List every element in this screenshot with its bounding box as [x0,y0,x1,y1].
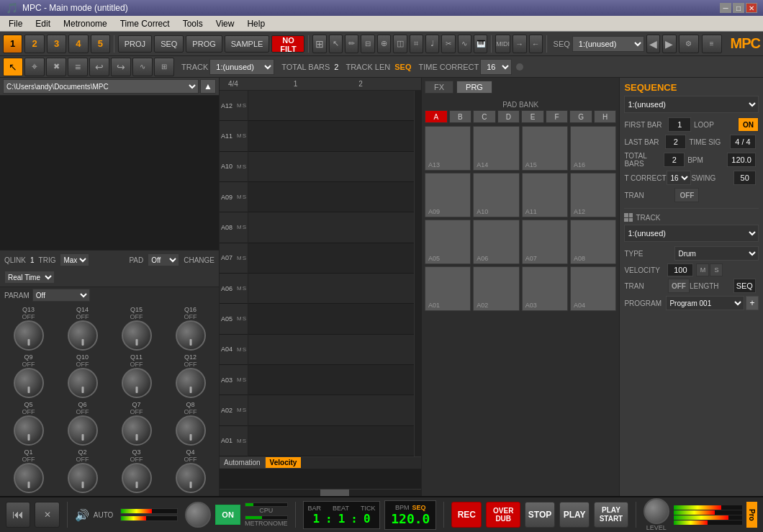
play-button[interactable]: PLAY [559,502,590,528]
cut-tool-button[interactable]: ✂ [441,35,455,53]
fx-tab[interactable]: FX [425,81,453,94]
pad-A03[interactable]: A03 [522,266,568,311]
knob-circle-Q10[interactable] [68,368,98,398]
grid-view-button[interactable]: ⊞ [312,35,326,53]
pad-A16[interactable]: A16 [570,126,616,171]
metronome-knob[interactable] [185,502,211,528]
seq-selector[interactable]: 1:(unused) [572,36,644,52]
tcorrect-selector[interactable]: 16 [667,171,691,185]
zoom-tool-button[interactable]: ⊕ [377,35,391,53]
mute-btn-A07[interactable]: M [237,255,242,261]
pad-A01[interactable]: A01 [425,266,471,311]
mute-btn-A04[interactable]: M [237,346,242,353]
menu-tools[interactable]: Tools [177,17,209,30]
pad-selector[interactable]: Off [148,253,179,266]
knob-circle-Q8[interactable] [176,415,206,446]
pad-letter-A[interactable]: A [425,110,448,123]
num-btn-4[interactable]: 4 [68,35,88,53]
knob-circle-Q6[interactable] [68,415,98,446]
solo-btn-A12[interactable]: S [243,102,246,109]
track-tran-toggle[interactable]: OFF [668,279,690,293]
seq-next-button[interactable]: ▶ [662,35,676,53]
pad-A08[interactable]: A08 [570,220,616,264]
grid-row-A06[interactable] [248,274,414,304]
pad-letter-E[interactable]: E [521,110,544,123]
menu-edit[interactable]: Edit [30,17,56,30]
back-btn[interactable]: ← [529,35,543,53]
pad-A02[interactable]: A02 [473,266,519,311]
pad-A11[interactable]: A11 [522,173,568,217]
pad-A13[interactable]: A13 [425,126,471,171]
knob-circle-Q5[interactable] [14,415,44,446]
mute-btn-A02[interactable]: M [237,407,242,413]
mute-btn-A10[interactable]: M [237,163,242,170]
solo-btn-A03[interactable]: S [243,377,246,383]
grid-row-A01[interactable] [248,426,414,456]
knob-circle-Q14[interactable] [68,320,98,351]
pad-A14[interactable]: A14 [473,126,519,171]
arrow-tool-btn[interactable]: ↖ [3,58,23,76]
overdub-button[interactable]: OVER DUB [486,502,520,528]
param-selector[interactable]: Off [32,289,90,302]
grid-row-A07[interactable] [248,243,414,274]
snap-tool-button[interactable]: ⌗ [410,35,423,53]
mute-btn-A11[interactable]: M [237,132,242,139]
knob-circle-Q9[interactable] [14,368,44,398]
pad-A09[interactable]: A09 [425,173,471,217]
solo-btn-A04[interactable]: S [243,346,246,353]
solo-btn-A07[interactable]: S [243,255,246,261]
grid-row-A11[interactable] [248,121,414,151]
grid-row-A10[interactable] [248,152,414,182]
mute-btn-A09[interactable]: M [237,194,242,200]
rewind-button[interactable]: ⏮ [6,502,30,528]
solo-btn-A05[interactable]: S [243,315,246,322]
mute-btn-A08[interactable]: M [237,224,242,230]
knob-circle-Q1[interactable] [14,463,44,493]
solo-btn-A10[interactable]: S [243,163,246,170]
pad-letter-B[interactable]: B [449,110,472,123]
redo-btn[interactable]: ↪ [111,58,131,76]
on-button[interactable]: ON [215,505,240,525]
pad-letter-F[interactable]: F [546,110,569,123]
stop-small-button[interactable]: ✕ [35,502,59,528]
pad-A15[interactable]: A15 [522,126,568,171]
grid-row-A08[interactable] [248,212,414,243]
m-button[interactable]: M [696,263,709,276]
num-btn-5[interactable]: 5 [91,35,110,53]
menu-help[interactable]: Help [241,17,271,30]
midi-btn[interactable]: MIDI [495,35,510,53]
pad-A07[interactable]: A07 [522,220,568,264]
sample-btn[interactable]: SAMPLE [225,35,270,53]
stop-button[interactable]: STOP [525,502,555,528]
pad-A12[interactable]: A12 [570,173,616,217]
level-knob[interactable] [644,498,669,524]
knob-circle-Q15[interactable] [122,320,152,351]
grid-row-A05[interactable] [248,304,414,334]
piano-tool-button[interactable]: 🎹 [474,35,487,53]
pad-A10[interactable]: A10 [473,173,519,217]
file-list[interactable] [0,96,219,250]
velocity-label[interactable]: Velocity [266,457,302,469]
grid-row-A02[interactable] [248,395,414,425]
pad-letter-G[interactable]: G [569,110,592,123]
menu-metronome[interactable]: Metronome [58,17,113,30]
grid-row-A03[interactable] [248,365,414,395]
nofilt-btn[interactable]: NO FILT [271,35,304,53]
grid-btn2[interactable]: ⊞ [154,58,174,76]
seq-hscroll[interactable] [220,489,421,496]
seq-tran-toggle[interactable]: OFF [674,188,699,202]
pad-letter-C[interactable]: C [473,110,496,123]
pad-A04[interactable]: A04 [570,266,616,311]
loop-toggle[interactable]: ON [738,117,759,132]
s-button[interactable]: S [710,263,723,276]
grid-row-A12[interactable] [248,91,414,121]
solo-btn-A02[interactable]: S [243,407,246,413]
note-tool-button[interactable]: ♩ [425,35,439,53]
program-add-button[interactable]: + [746,296,759,310]
proj-btn[interactable]: PROJ [118,35,152,53]
sequence-name-selector[interactable]: 1:(unused) [624,96,759,113]
mute-btn-A12[interactable]: M [237,102,242,109]
num-btn-2[interactable]: 2 [24,35,44,53]
prg-tab[interactable]: PRG [456,81,492,94]
vel-strip-content[interactable] [220,469,421,489]
